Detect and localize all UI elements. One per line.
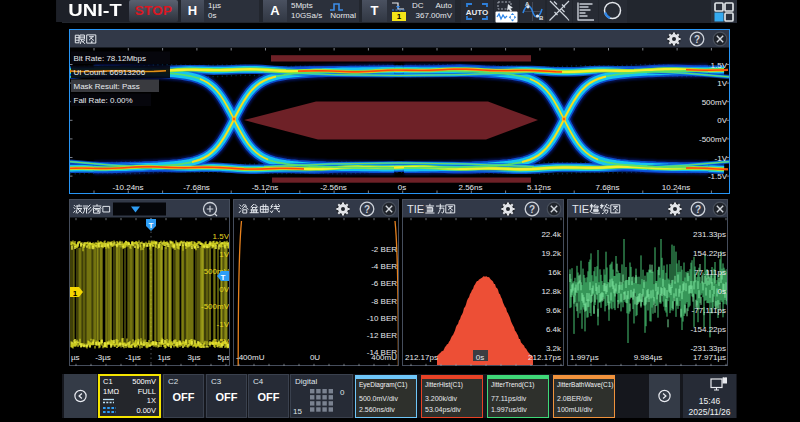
svg-text:212.17ps: 212.17ps xyxy=(405,353,438,362)
svg-text:10.24ns: 10.24ns xyxy=(662,183,690,192)
svg-text:-400mU: -400mU xyxy=(236,353,265,362)
svg-text:212.17ps: 212.17ps xyxy=(528,353,561,362)
svg-text:?: ? xyxy=(364,204,370,215)
svg-text:231.33ps: 231.33ps xyxy=(693,230,726,239)
svg-text:-5.12ns: -5.12ns xyxy=(252,183,279,192)
svg-text:3µs: 3µs xyxy=(187,353,200,362)
svg-text:15: 15 xyxy=(293,407,302,416)
svg-text:TIE: TIE xyxy=(407,203,424,215)
svg-text:-1V: -1V xyxy=(715,154,728,163)
svg-text:0s: 0s xyxy=(718,287,726,296)
svg-text:-4 BER: -4 BER xyxy=(371,262,397,271)
svg-text:400mU: 400mU xyxy=(371,353,397,362)
svg-text:154.22ps: 154.22ps xyxy=(693,249,726,258)
svg-text:-10 BER: -10 BER xyxy=(367,314,397,323)
svg-text:-1µs: -1µs xyxy=(125,353,141,362)
svg-text:-231.33ps: -231.33ps xyxy=(690,344,726,353)
svg-text:9.6k: 9.6k xyxy=(546,306,562,315)
svg-text:Bit Rate: 78.12Mbps: Bit Rate: 78.12Mbps xyxy=(74,54,146,63)
svg-text:?: ? xyxy=(694,34,700,45)
svg-text:-1.5V: -1.5V xyxy=(708,172,728,181)
svg-text:B: B xyxy=(539,15,544,21)
svg-text:-500mV: -500mV xyxy=(201,302,229,311)
svg-text:16k: 16k xyxy=(548,268,562,277)
svg-text:1: 1 xyxy=(73,289,78,298)
svg-text:-7.68ns: -7.68ns xyxy=(183,183,210,192)
svg-text:0U: 0U xyxy=(310,353,320,362)
svg-text:Fall Rate: 0.00%: Fall Rate: 0.00% xyxy=(74,96,133,105)
svg-text:-2 BER: -2 BER xyxy=(371,245,397,254)
svg-text:7.68ns: 7.68ns xyxy=(595,183,619,192)
svg-text:µs: µs xyxy=(71,353,80,362)
svg-text:0s: 0s xyxy=(476,353,484,362)
svg-text:5µs: 5µs xyxy=(217,353,229,362)
svg-text:9.984µs: 9.984µs xyxy=(634,353,663,362)
svg-text:12.8k: 12.8k xyxy=(541,287,562,296)
svg-text:AUTO: AUTO xyxy=(466,8,489,17)
svg-text:1µs: 1µs xyxy=(157,353,170,362)
svg-text:-12 BER: -12 BER xyxy=(367,331,397,340)
svg-text:19.2k: 19.2k xyxy=(541,249,562,258)
svg-text:3.2k: 3.2k xyxy=(546,344,562,353)
svg-text:1.5V: 1.5V xyxy=(213,232,229,241)
svg-text:500mV: 500mV xyxy=(702,98,728,107)
svg-text:1.5V: 1.5V xyxy=(711,61,728,70)
svg-text:-10.24ns: -10.24ns xyxy=(112,183,143,192)
svg-text:-77.111ps: -77.111ps xyxy=(692,306,726,315)
svg-text:UI Count: 66913206: UI Count: 66913206 xyxy=(74,68,146,77)
svg-text:17.971µs: 17.971µs xyxy=(693,353,726,362)
svg-text:-1.5V: -1.5V xyxy=(210,337,229,346)
svg-text:TIE: TIE xyxy=(572,203,589,215)
svg-text:-8 BER: -8 BER xyxy=(371,297,397,306)
svg-text:-154.22ps: -154.22ps xyxy=(690,325,726,334)
svg-text:1.997µs: 1.997µs xyxy=(570,353,599,362)
svg-text:-2.56ns: -2.56ns xyxy=(320,183,347,192)
svg-text:0: 0 xyxy=(340,388,345,397)
svg-text:Mask Result: Pass: Mask Result: Pass xyxy=(74,82,140,91)
svg-text:T: T xyxy=(221,273,226,282)
svg-text:-3µs: -3µs xyxy=(95,353,111,362)
svg-text:22.4k: 22.4k xyxy=(541,230,562,239)
svg-text:Digital: Digital xyxy=(295,377,317,386)
svg-text:?: ? xyxy=(529,204,535,215)
svg-text:1V: 1V xyxy=(717,79,727,88)
svg-text:5.12ns: 5.12ns xyxy=(527,183,551,192)
svg-text:6.4k: 6.4k xyxy=(546,325,562,334)
svg-text:77.111ps: 77.111ps xyxy=(694,268,726,277)
svg-text:T: T xyxy=(149,221,154,230)
svg-text:-1V: -1V xyxy=(217,320,229,329)
svg-text:0V: 0V xyxy=(219,285,229,294)
svg-text:2.56ns: 2.56ns xyxy=(458,183,482,192)
svg-text:1V: 1V xyxy=(219,250,229,259)
svg-text:-6 BER: -6 BER xyxy=(371,279,397,288)
svg-text:0V: 0V xyxy=(717,116,727,125)
svg-text:A: A xyxy=(525,1,530,7)
svg-text:-500mV: -500mV xyxy=(699,135,728,144)
svg-text:?: ? xyxy=(695,204,701,215)
svg-text:0s: 0s xyxy=(398,183,406,192)
